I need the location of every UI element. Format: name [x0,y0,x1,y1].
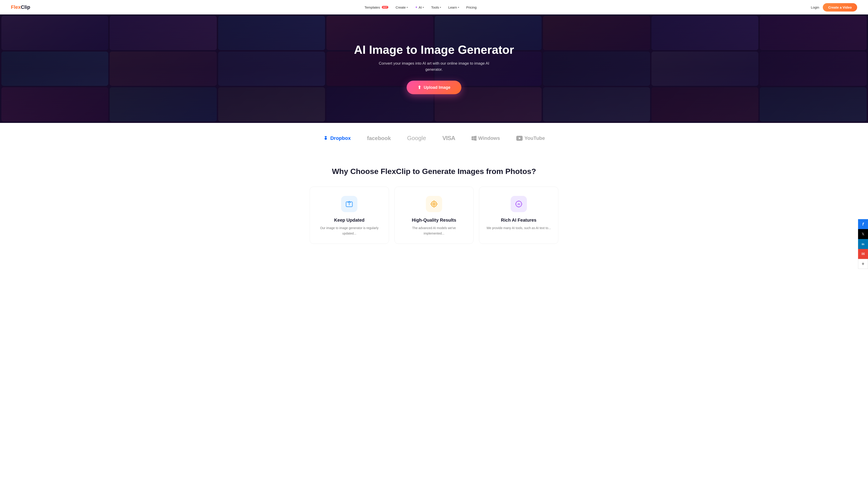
keep-updated-icon-wrap [341,196,358,212]
nav-templates[interactable]: Templates HOT [365,5,388,9]
logo-windows: Windows [471,135,500,141]
hot-badge: HOT [382,6,388,8]
login-link[interactable]: Login [811,5,819,9]
nav-tools[interactable]: Tools ▾ [431,5,441,9]
logos-bar: Dropbox facebook Google VISA Windows You… [0,123,868,153]
navbar: FlexClip Templates HOT Create ▾ ✦ AI ▾ T… [0,0,868,14]
feature-title-high-quality: High-Quality Results [402,218,466,223]
feature-desc-keep-updated: Our image to image generator is regularl… [317,225,381,236]
email-icon: ✉ [862,252,865,253]
nav-pricing[interactable]: Pricing [466,5,477,9]
twitter-x-icon: 𝕏 [862,232,864,236]
logo-flex: Flex [11,4,21,10]
chevron-down-icon: ▾ [440,6,441,8]
svg-point-13 [521,203,522,204]
hero-title: AI Image to Image Generator [354,43,514,57]
social-twitter-button[interactable]: 𝕏 [858,229,868,239]
linkedin-icon: in [862,242,864,246]
nav-create[interactable]: Create ▾ [396,5,408,9]
why-title: Why Choose FlexClip to Generate Images f… [11,167,857,176]
nav-ai[interactable]: ✦ AI ▾ [415,5,424,9]
why-section: Why Choose FlexClip to Generate Images f… [0,153,868,253]
social-sidebar: f 𝕏 in ✉ + [858,219,868,253]
nav-right: Login Create a Video [811,3,857,11]
windows-icon [471,136,476,141]
chevron-down-icon: ▾ [423,6,424,8]
feature-title-rich-ai: Rich AI Features [487,218,551,223]
hero-content: AI Image to Image Generator Convert your… [0,14,868,123]
svg-point-5 [433,203,434,205]
logo-visa: VISA [442,135,455,142]
logo-youtube: YouTube [516,135,545,141]
ai-circle-icon: AI [515,200,523,208]
features-grid: Keep Updated Our image to image generato… [310,187,558,244]
upload-image-button[interactable]: ⬆ Upload Image [407,80,461,94]
high-quality-icon-wrap [426,196,442,212]
feature-title-keep-updated: Keep Updated [317,218,381,223]
svg-text:AI: AI [518,203,520,206]
svg-point-15 [515,203,516,204]
logo-google: Google [407,135,426,142]
svg-point-12 [518,201,519,201]
hero-subtitle: Convert your images into AI art with our… [373,60,495,72]
logo[interactable]: FlexClip [11,4,30,10]
social-email-button[interactable]: ✉ [858,249,868,253]
social-facebook-button[interactable]: f [858,219,868,229]
svg-point-14 [518,206,519,207]
facebook-icon: f [862,222,864,227]
social-linkedin-button[interactable]: in [858,239,868,249]
rich-ai-icon-wrap: AI [510,196,527,212]
feature-rich-ai: AI Rich AI Features We provide many AI t… [479,187,558,244]
nav-links: Templates HOT Create ▾ ✦ AI ▾ Tools ▾ Le… [365,5,477,9]
target-icon [430,200,438,208]
feature-high-quality: High-Quality Results The advanced AI mod… [395,187,474,244]
chevron-down-icon: ▾ [458,6,459,8]
feature-desc-high-quality: The advanced AI models we've implemented… [402,225,466,236]
create-video-button[interactable]: Create a Video [823,3,857,11]
youtube-icon [516,136,523,141]
upload-icon: ⬆ [417,85,421,90]
dropbox-icon [323,135,329,141]
logo-dropbox: Dropbox [323,135,350,141]
feature-keep-updated: Keep Updated Our image to image generato… [310,187,389,244]
upload-box-icon [345,200,353,208]
star-icon: ✦ [415,5,418,9]
logo-facebook: facebook [367,135,391,141]
hero-section: AI Image to Image Generator Convert your… [0,14,868,123]
chevron-down-icon: ▾ [407,6,408,8]
logo-clip: Clip [21,4,30,10]
nav-learn[interactable]: Learn ▾ [448,5,459,9]
feature-desc-rich-ai: We provide many AI tools, such as AI tex… [487,225,551,231]
